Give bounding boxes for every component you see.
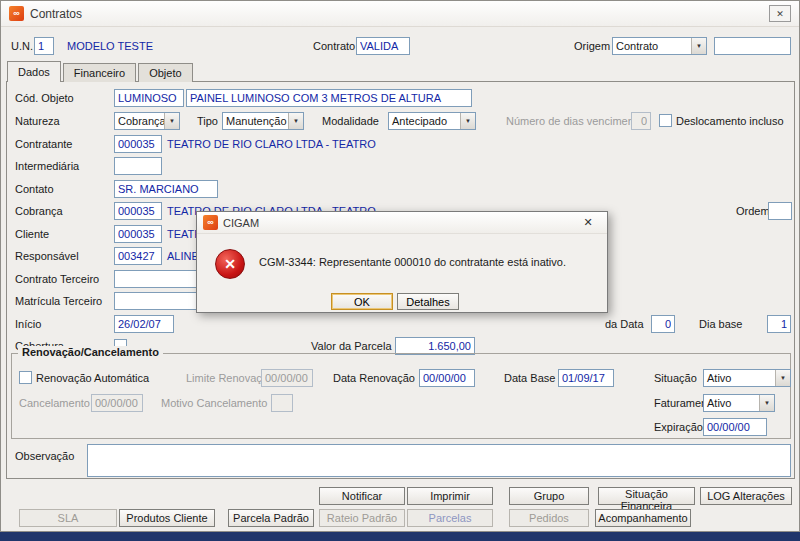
expiracao-label: Expiração bbox=[654, 421, 703, 433]
valor-parcela-label: Valor da Parcela bbox=[311, 340, 392, 352]
inicio-label: Início bbox=[15, 318, 41, 330]
ordem-input[interactable] bbox=[768, 202, 792, 220]
cod-objeto-label: Cód. Objeto bbox=[15, 92, 74, 104]
chevron-down-icon: ▼ bbox=[691, 38, 706, 54]
pedidos-button: Pedidos bbox=[509, 509, 589, 527]
tipo-combo[interactable]: Manutenção ▼ bbox=[222, 112, 304, 130]
faturamento-combo-value: Ativo bbox=[704, 397, 759, 409]
cliente-label: Cliente bbox=[15, 228, 49, 240]
situacao-combo[interactable]: Ativo ▼ bbox=[703, 369, 791, 387]
un-name-text: MODELO TESTE bbox=[67, 40, 153, 52]
contrato-terceiro-input[interactable] bbox=[114, 270, 204, 288]
rateio-padrao-button: Rateio Padrão bbox=[319, 509, 405, 527]
natureza-combo[interactable]: Cobrança ▼ bbox=[114, 112, 180, 130]
dias-vencimento-input bbox=[631, 112, 651, 130]
modalidade-label: Modalidade bbox=[322, 115, 379, 127]
detalhes-button[interactable]: Detalhes bbox=[397, 293, 459, 310]
contratante-desc-text: TEATRO DE RIO CLARO LTDA - TEATRO bbox=[167, 138, 376, 150]
chevron-down-icon: ▼ bbox=[759, 395, 774, 411]
dias-vencimento-label: Número de dias vencimento bbox=[506, 115, 643, 127]
acompanhamento-button[interactable]: Acompanhamento bbox=[595, 509, 691, 527]
dialog-close-button[interactable]: ✕ bbox=[575, 214, 601, 232]
produtos-cliente-button[interactable]: Produtos Cliente bbox=[119, 509, 215, 527]
cod-objeto-desc-input[interactable] bbox=[186, 89, 472, 107]
intermediaria-label: Intermediária bbox=[15, 160, 79, 172]
chevron-down-icon: ▼ bbox=[164, 113, 179, 129]
contrato-label: Contrato bbox=[313, 40, 355, 52]
situacao-financeira-button[interactable]: Situação Financeira bbox=[598, 487, 695, 505]
da-data-label: da Data bbox=[605, 318, 644, 330]
cigam-error-dialog: ∞ CIGAM ✕ ✕ CGM-3344: Representante 0000… bbox=[196, 211, 608, 313]
origem-combo[interactable]: Contrato ▼ bbox=[612, 37, 707, 55]
cancelamento-label: Cancelamento bbox=[19, 397, 90, 409]
situacao-label: Situação bbox=[654, 372, 697, 384]
bottom-strip bbox=[0, 533, 800, 541]
tab-objeto[interactable]: Objeto bbox=[138, 63, 192, 82]
ordem-label: Ordem bbox=[736, 205, 770, 217]
imprimir-button[interactable]: Imprimir bbox=[407, 487, 493, 505]
sla-button: SLA bbox=[19, 509, 117, 527]
renovacao-automatica-checkbox[interactable] bbox=[19, 371, 32, 384]
contato-label: Contato bbox=[15, 183, 54, 195]
expiracao-input[interactable] bbox=[703, 418, 767, 436]
inicio-input[interactable] bbox=[114, 315, 174, 333]
chevron-down-icon: ▼ bbox=[288, 113, 303, 129]
tipo-combo-value: Manutenção bbox=[223, 115, 288, 127]
screen: ∞ Contratos ✕ U.N. MODELO TESTE Contrato… bbox=[0, 0, 800, 541]
observacao-label: Observação bbox=[15, 450, 74, 462]
intermediaria-input[interactable] bbox=[114, 157, 162, 175]
grupo-button[interactable]: Grupo bbox=[509, 487, 589, 505]
cobranca-code-input[interactable] bbox=[114, 202, 162, 220]
tab-financeiro[interactable]: Financeiro bbox=[63, 63, 136, 82]
tab-bar: Dados Financeiro Objeto bbox=[7, 61, 195, 82]
matricula-terceiro-input[interactable] bbox=[114, 292, 204, 310]
responsavel-label: Responsável bbox=[15, 250, 79, 262]
parcela-padrao-button[interactable]: Parcela Padrão bbox=[228, 509, 314, 527]
cliente-code-input[interactable] bbox=[114, 225, 162, 243]
data-base-input[interactable] bbox=[558, 369, 614, 387]
natureza-combo-value: Cobrança bbox=[115, 115, 164, 127]
contrato-input[interactable] bbox=[356, 37, 410, 55]
contratante-code-input[interactable] bbox=[114, 135, 162, 153]
contrato-terceiro-label: Contrato Terceiro bbox=[15, 273, 99, 285]
contato-input[interactable] bbox=[114, 180, 218, 198]
origem-label: Origem bbox=[574, 40, 610, 52]
limite-renovacao-input bbox=[261, 369, 313, 387]
dia-base-input[interactable] bbox=[767, 315, 791, 333]
window-titlebar: ∞ Contratos ✕ bbox=[1, 1, 799, 27]
renovacao-group-title: Renovação/Cancelamento bbox=[18, 346, 163, 358]
notificar-button[interactable]: Notificar bbox=[319, 487, 405, 505]
cigam-icon: ∞ bbox=[203, 215, 218, 230]
natureza-label: Natureza bbox=[15, 115, 60, 127]
dia-base-label: Dia base bbox=[699, 318, 742, 330]
modalidade-combo[interactable]: Antecipado ▼ bbox=[388, 112, 476, 130]
cancelamento-input bbox=[91, 394, 143, 412]
un-input[interactable] bbox=[34, 37, 54, 55]
error-icon: ✕ bbox=[215, 249, 245, 279]
motivo-cancelamento-label: Motivo Cancelamento bbox=[161, 397, 267, 409]
app-icon: ∞ bbox=[9, 6, 24, 21]
chevron-down-icon: ▼ bbox=[775, 370, 790, 386]
tipo-label: Tipo bbox=[197, 115, 218, 127]
tab-dados[interactable]: Dados bbox=[7, 61, 61, 82]
matricula-terceiro-label: Matrícula Terceiro bbox=[15, 295, 102, 307]
da-data-input[interactable] bbox=[651, 315, 675, 333]
faturamento-combo[interactable]: Ativo ▼ bbox=[703, 394, 775, 412]
deslocamento-checkbox[interactable] bbox=[659, 114, 672, 127]
origem-combo-value: Contrato bbox=[613, 40, 691, 52]
cod-objeto-code-input[interactable] bbox=[114, 89, 184, 107]
ok-button[interactable]: OK bbox=[331, 293, 393, 310]
observacao-textarea[interactable] bbox=[87, 444, 791, 477]
motivo-cancelamento-input bbox=[271, 394, 293, 412]
data-renovacao-input[interactable] bbox=[419, 369, 475, 387]
window-close-button[interactable]: ✕ bbox=[769, 5, 791, 22]
origem-extra-input[interactable] bbox=[714, 37, 791, 55]
renovacao-automatica-label: Renovação Automática bbox=[36, 372, 149, 384]
chevron-down-icon: ▼ bbox=[460, 113, 475, 129]
responsavel-code-input[interactable] bbox=[114, 247, 162, 265]
data-renovacao-label: Data Renovação bbox=[333, 372, 415, 384]
log-alteracoes-button[interactable]: LOG Alterações bbox=[700, 487, 792, 505]
parcelas-button: Parcelas bbox=[407, 509, 493, 527]
dialog-titlebar: ∞ CIGAM ✕ bbox=[197, 212, 607, 234]
deslocamento-label: Deslocamento incluso bbox=[676, 115, 784, 127]
